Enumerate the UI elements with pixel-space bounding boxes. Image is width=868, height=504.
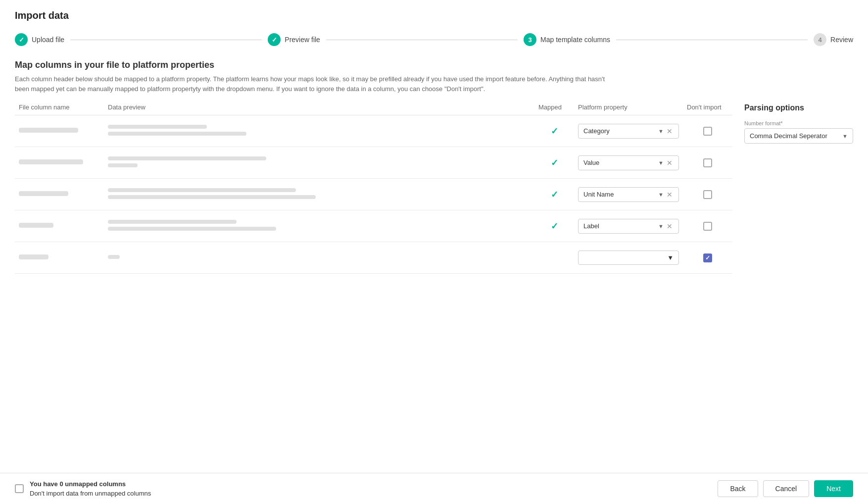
chevron-down-icon: ▼	[658, 192, 664, 198]
dont-import-cell-2	[683, 158, 732, 167]
mapped-check-1: ✓	[534, 126, 574, 137]
dont-import-checkbox-2[interactable]	[703, 158, 712, 167]
blurred-preview-1a	[108, 125, 207, 129]
property-dropdown-2[interactable]: Value ▼ ✕	[574, 155, 683, 170]
blurred-preview-2b	[108, 163, 138, 167]
table-row: ✓ Value ▼ ✕	[15, 147, 732, 179]
stepper: ✓ Upload file ✓ Preview file 3 Map templ…	[15, 33, 853, 46]
th-data-preview: Data preview	[104, 103, 534, 111]
blurred-preview-1b	[108, 132, 246, 136]
blurred-preview-3a	[108, 188, 296, 192]
back-button[interactable]: Back	[718, 480, 758, 497]
property-dropdown-3[interactable]: Unit Name ▼ ✕	[574, 187, 683, 202]
sidebar-title: Parsing options	[744, 103, 853, 112]
chevron-down-icon: ▼	[667, 254, 674, 261]
table-row: ✓ Category ▼ ✕	[15, 115, 732, 147]
number-format-select-wrap[interactable]: Comma Decimal Seperator ▼	[744, 128, 853, 144]
file-col-name-1	[15, 128, 104, 135]
blurred-col-name-3	[19, 191, 68, 196]
chevron-down-icon: ▼	[658, 160, 664, 166]
cancel-button[interactable]: Cancel	[763, 480, 810, 497]
dont-import-unmapped-checkbox[interactable]	[15, 484, 24, 493]
property-select-3[interactable]: Unit Name	[583, 191, 656, 198]
step-circle-review: 4	[814, 33, 826, 46]
property-select-wrap-5[interactable]: ▼	[578, 251, 679, 265]
th-dont-import: Don't import	[683, 103, 732, 111]
page-container: Import data ✓ Upload file ✓ Preview file…	[0, 0, 868, 504]
blurred-col-name-5	[19, 254, 48, 259]
table-header: File column name Data preview Mapped Pla…	[15, 103, 732, 115]
unmapped-count-label: You have 0 unmapped columns	[30, 480, 151, 488]
number-format-field: Number format* Comma Decimal Seperator ▼	[744, 120, 853, 144]
dont-import-label: Don't import data from unmapped columns	[30, 490, 151, 497]
step-line-1	[70, 40, 262, 40]
blurred-col-name-1	[19, 128, 78, 133]
chevron-down-icon: ▼	[658, 223, 664, 229]
clear-icon-1[interactable]: ✕	[666, 127, 674, 135]
mapped-check-4: ✓	[534, 221, 574, 232]
table-row: ✓ Unit Name ▼ ✕	[15, 179, 732, 210]
clear-icon-3[interactable]: ✕	[666, 191, 674, 199]
dont-import-cell-4	[683, 222, 732, 231]
blurred-col-name-2	[19, 159, 83, 164]
sidebar: Parsing options Number format* Comma Dec…	[744, 103, 853, 504]
checkmark-icon-2: ✓	[551, 157, 558, 168]
step-preview: ✓ Preview file	[268, 33, 320, 46]
mapped-check-3: ✓	[534, 189, 574, 200]
table-area: File column name Data preview Mapped Pla…	[15, 103, 732, 504]
dont-import-checkbox-4[interactable]	[703, 222, 712, 231]
property-dropdown-4[interactable]: Label ▼ ✕	[574, 219, 683, 234]
next-button[interactable]: Next	[814, 480, 853, 497]
property-select-1[interactable]: Category	[583, 127, 656, 135]
property-select-wrap-4[interactable]: Label ▼ ✕	[578, 219, 679, 234]
property-select-wrap-1[interactable]: Category ▼ ✕	[578, 124, 679, 139]
property-select-wrap-3[interactable]: Unit Name ▼ ✕	[578, 187, 679, 202]
data-preview-4	[104, 220, 534, 232]
blurred-col-name-4	[19, 223, 53, 228]
footer-left: You have 0 unmapped columns Don't import…	[15, 480, 151, 497]
dont-import-cell-5	[683, 253, 732, 262]
checkmark-icon-4: ✓	[551, 221, 558, 232]
footer: You have 0 unmapped columns Don't import…	[0, 473, 868, 504]
th-file-column: File column name	[15, 103, 104, 111]
dont-import-checkbox-5[interactable]	[703, 253, 712, 262]
dont-import-cell-1	[683, 127, 732, 136]
dont-import-checkbox-3[interactable]	[703, 190, 712, 199]
th-platform-property: Platform property	[574, 103, 683, 111]
step-circle-upload: ✓	[15, 33, 28, 46]
step-label-preview: Preview file	[285, 36, 320, 44]
data-preview-2	[104, 156, 534, 169]
footer-info: You have 0 unmapped columns Don't import…	[30, 480, 151, 497]
step-label-review: Review	[830, 36, 853, 44]
property-select-2[interactable]: Value	[583, 159, 656, 166]
file-col-name-4	[15, 223, 104, 230]
mapped-check-2: ✓	[534, 157, 574, 168]
step-map: 3 Map template columns	[524, 33, 610, 46]
clear-icon-4[interactable]: ✕	[666, 222, 674, 230]
blurred-preview-4a	[108, 220, 237, 224]
blurred-preview-4b	[108, 227, 276, 231]
section-description: Each column header below should be mappe…	[15, 74, 609, 94]
property-select-4[interactable]: Label	[583, 222, 656, 230]
chevron-down-icon: ▼	[842, 133, 848, 139]
checkmark-icon-3: ✓	[551, 189, 558, 200]
step-review: 4 Review	[814, 33, 853, 46]
property-dropdown-5[interactable]: ▼	[574, 251, 683, 265]
checkmark-icon-1: ✓	[551, 126, 558, 137]
step-upload: ✓ Upload file	[15, 33, 64, 46]
main-content: File column name Data preview Mapped Pla…	[15, 103, 853, 504]
data-preview-3	[104, 188, 534, 201]
clear-icon-2[interactable]: ✕	[666, 159, 674, 167]
step-circle-map: 3	[524, 33, 536, 46]
th-mapped: Mapped	[534, 103, 574, 111]
dont-import-checkbox-1[interactable]	[703, 127, 712, 136]
step-line-2	[326, 40, 518, 40]
table-row: ▼	[15, 242, 732, 274]
step-line-3	[616, 40, 808, 40]
section-title: Map columns in your file to platform pro…	[15, 60, 853, 70]
page-title: Import data	[15, 10, 853, 21]
property-select-wrap-2[interactable]: Value ▼ ✕	[578, 155, 679, 170]
property-dropdown-1[interactable]: Category ▼ ✕	[574, 124, 683, 139]
file-col-name-2	[15, 159, 104, 166]
blurred-preview-2a	[108, 156, 266, 160]
